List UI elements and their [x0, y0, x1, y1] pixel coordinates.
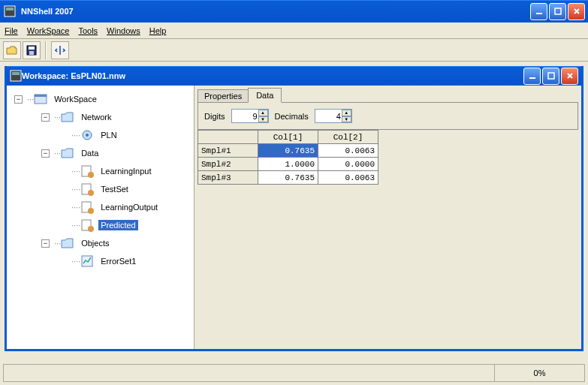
expand-icon[interactable]: −	[41, 239, 50, 248]
grid-cell[interactable]: 0.7635	[258, 171, 318, 185]
workspace-titlebar: Workspace: EsPLN01.nnw	[7, 66, 581, 86]
gear-icon	[80, 128, 94, 142]
tree-data[interactable]: Data	[79, 148, 101, 158]
folder-icon	[61, 236, 74, 250]
minimize-button[interactable]	[530, 3, 547, 20]
svg-rect-6	[29, 51, 34, 55]
menu-workspace[interactable]: WorkSpace	[27, 26, 70, 35]
svg-point-22	[88, 226, 94, 232]
dataset-icon	[80, 182, 94, 196]
tab-properties[interactable]: Properties	[198, 89, 249, 102]
toolbar-separator	[45, 41, 47, 59]
svg-point-14	[86, 134, 89, 137]
digits-input[interactable]: 9▲▼	[231, 109, 269, 123]
progress-text: 0%	[494, 365, 584, 381]
main-titlebar: NNShell 2007	[0, 0, 588, 23]
format-panel: Digits 9▲▼ Decimals 4▲▼	[198, 102, 578, 130]
close-button[interactable]	[568, 3, 585, 20]
maximize-button[interactable]	[549, 3, 566, 20]
toggle-button[interactable]	[51, 41, 69, 59]
tree-learninginput[interactable]: LearningInput	[98, 166, 153, 176]
workspace-node-icon	[34, 92, 47, 106]
menu-tools[interactable]: Tools	[78, 26, 98, 35]
row-header[interactable]: Smpl#2	[198, 158, 258, 171]
workspace-window: Workspace: EsPLN01.nnw −···WorkSpace −··…	[5, 66, 583, 351]
svg-rect-10	[548, 73, 554, 79]
row-header[interactable]: Smpl#1	[198, 144, 258, 158]
chart-icon	[80, 254, 94, 268]
spinner-icon[interactable]: ▲▼	[342, 110, 351, 122]
grid-cell[interactable]: 0.0063	[318, 171, 378, 185]
tree-pln[interactable]: PLN	[98, 130, 119, 140]
digits-label: Digits	[204, 112, 225, 121]
expand-icon[interactable]: −	[14, 95, 23, 104]
tab-data[interactable]: Data	[248, 88, 282, 103]
data-grid[interactable]: Col[1]Col[2] Smpl#10.76350.0063 Smpl#21.…	[198, 130, 578, 185]
decimals-label: Decimals	[275, 112, 309, 121]
svg-point-18	[88, 190, 94, 196]
menu-file[interactable]: File	[5, 26, 18, 35]
statusbar: 0%	[3, 364, 585, 382]
tree-view[interactable]: −···WorkSpace −···Network ····PLN −···Da…	[7, 86, 194, 349]
folder-icon	[61, 110, 74, 124]
svg-rect-8	[12, 72, 20, 75]
expand-icon[interactable]: −	[41, 113, 50, 122]
grid-cell[interactable]: 0.0000	[318, 158, 378, 171]
tree-errorset1[interactable]: ErrorSet1	[98, 256, 138, 266]
spinner-icon[interactable]: ▲▼	[258, 110, 268, 122]
grid-cell[interactable]: 1.0000	[258, 158, 318, 171]
menu-windows[interactable]: Windows	[107, 26, 140, 35]
app-icon	[3, 5, 17, 18]
folder-icon	[61, 146, 74, 160]
tab-strip: Properties Data	[194, 86, 581, 102]
svg-rect-3	[555, 8, 561, 14]
tree-testset[interactable]: TestSet	[98, 184, 131, 194]
col-header[interactable]: Col[2]	[318, 131, 378, 144]
toolbar	[0, 39, 588, 62]
workspace-title: Workspace: EsPLN01.nnw	[22, 71, 125, 80]
workspace-icon	[10, 70, 22, 82]
row-header[interactable]: Smpl#3	[198, 171, 258, 185]
tree-objects[interactable]: Objects	[79, 238, 111, 248]
grid-corner[interactable]	[198, 131, 258, 144]
menubar: File WorkSpace Tools Windows Help	[0, 23, 588, 39]
dataset-icon	[80, 164, 94, 178]
tree-network[interactable]: Network	[79, 112, 113, 122]
svg-point-16	[88, 172, 94, 178]
mdi-minimize-button[interactable]	[523, 68, 541, 85]
app-title: NNShell 2007	[21, 7, 74, 16]
svg-rect-12	[35, 95, 47, 97]
dataset-icon	[80, 218, 94, 232]
tree-learningoutput[interactable]: LearningOutput	[98, 202, 160, 212]
mdi-close-button[interactable]	[561, 68, 578, 85]
svg-rect-2	[536, 13, 542, 14]
save-button[interactable]	[23, 41, 41, 59]
svg-point-20	[88, 208, 94, 214]
dataset-icon	[80, 200, 94, 214]
svg-rect-9	[529, 77, 535, 79]
svg-rect-1	[6, 8, 14, 11]
grid-cell[interactable]: 0.0063	[318, 144, 378, 158]
svg-rect-5	[29, 47, 35, 50]
expand-icon[interactable]: −	[41, 149, 50, 158]
tree-root[interactable]: WorkSpace	[52, 94, 99, 104]
content-panel: Properties Data Digits 9▲▼ Decimals 4▲▼ …	[194, 86, 581, 349]
col-header[interactable]: Col[1]	[258, 131, 318, 144]
menu-help[interactable]: Help	[149, 26, 167, 35]
open-button[interactable]	[3, 41, 21, 59]
decimals-input[interactable]: 4▲▼	[315, 109, 352, 123]
mdi-maximize-button[interactable]	[542, 68, 559, 85]
tree-predicted[interactable]: Predicted	[98, 220, 137, 230]
grid-cell[interactable]: 0.7635	[258, 144, 318, 158]
